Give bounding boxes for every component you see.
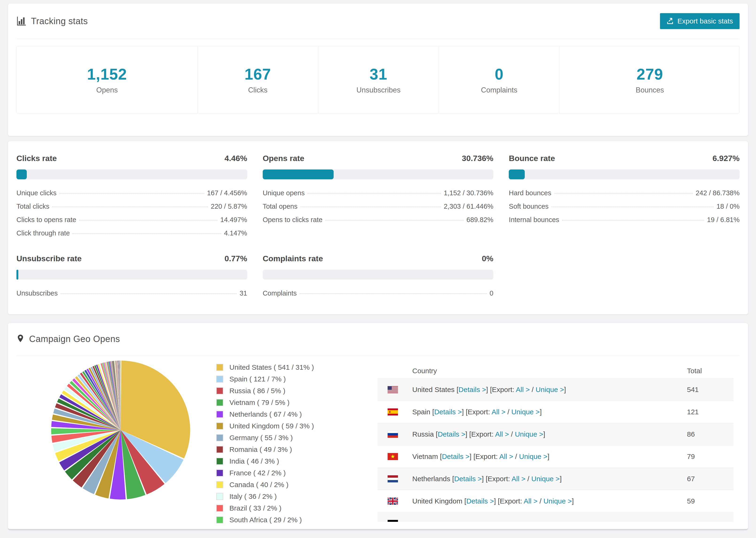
country-cell: Spain [Details >] [Export: All > / Uniqu… [412, 408, 687, 416]
country-column-header: Country [412, 367, 687, 375]
details-link[interactable]: Details > [434, 408, 462, 416]
country-cell: Netherlands [Details >] [Export: All > /… [412, 475, 687, 483]
rates-grid: Clicks rate4.46%Unique clicks167 / 4.456… [17, 154, 739, 297]
legend-label: United States ( 541 / 31% ) [229, 363, 314, 371]
export-unique-link[interactable]: Unique > [531, 475, 560, 483]
legend-label: Vietnam ( 79 / 5% ) [229, 399, 290, 406]
rate-detail-label: Total clicks [17, 202, 49, 210]
dotted-leader [73, 233, 221, 234]
country-cell: Russia [Details >] [Export: All > / Uniq… [412, 430, 687, 438]
legend-item-romania[interactable]: Romania ( 49 / 3% ) [216, 446, 314, 454]
rate-detail-row: Click through rate4.147% [17, 229, 247, 237]
legend-item-russia[interactable]: Russia ( 86 / 5% ) [216, 387, 314, 395]
rate-progress-bar [263, 170, 494, 179]
legend-item-netherlands[interactable]: Netherlands ( 67 / 4% ) [216, 410, 314, 418]
export-all-link[interactable]: All > [495, 430, 509, 438]
summary-stat-value: 0 [495, 65, 504, 83]
legend-item-vietnam[interactable]: Vietnam ( 79 / 5% ) [216, 399, 314, 406]
country-cell: United States [Details >] [Export: All >… [412, 386, 687, 394]
nl-flag-icon [388, 475, 398, 482]
slash: / [538, 497, 544, 505]
slash: / [525, 475, 531, 483]
details-link[interactable]: Details > [442, 453, 469, 460]
rate-detail-value: 4.147% [224, 229, 247, 237]
legend-label: Germany ( 55 / 3% ) [229, 434, 293, 442]
vn-flag-icon [388, 453, 398, 460]
rate-percent: 0.77% [225, 254, 247, 263]
rate-detail-row: Unique opens1,152 / 30.736% [263, 189, 494, 197]
bracket: [ [440, 453, 442, 460]
rate-detail-value: 0 [490, 290, 493, 297]
us-flag-icon [388, 386, 398, 393]
rate-detail-label: Click through rate [17, 229, 70, 237]
legend-item-germany[interactable]: Germany ( 55 / 3% ) [216, 434, 314, 442]
rate-block-header: Unsubscribe rate0.77% [17, 254, 247, 263]
export-all-link[interactable]: All > [499, 453, 513, 460]
legend-label: Brazil ( 33 / 2% ) [229, 504, 282, 512]
bracket: [ [457, 386, 458, 394]
export-all-link[interactable]: All > [492, 408, 506, 416]
gb-flag-icon [388, 498, 398, 505]
details-link[interactable]: Details > [466, 497, 494, 505]
legend-item-united-states[interactable]: United States ( 541 / 31% ) [216, 363, 314, 371]
rate-detail-value: 19 / 6.81% [707, 216, 739, 224]
rate-progress-bar [263, 270, 494, 280]
legend-label: Italy ( 36 / 2% ) [229, 493, 277, 501]
legend-swatch [216, 399, 223, 406]
legend-label: Netherlands ( 67 / 4% ) [229, 410, 302, 418]
dotted-leader [79, 220, 217, 220]
export-unique-link[interactable]: Unique > [544, 497, 572, 505]
legend-item-united-kingdom[interactable]: United Kingdom ( 59 / 3% ) [216, 422, 314, 430]
export-unique-link[interactable]: Unique > [512, 408, 540, 416]
details-link[interactable]: Details > [454, 475, 482, 483]
rate-detail-value: 1,152 / 30.736% [444, 189, 493, 197]
rate-detail-row: Hard bounces242 / 86.738% [509, 189, 739, 197]
export-all-link[interactable]: All > [523, 497, 537, 505]
legend-item-spain[interactable]: Spain ( 121 / 7% ) [216, 375, 314, 383]
geo-table-row: Spain [Details >] [Export: All > / Uniqu… [378, 401, 733, 423]
rate-detail-value: 2,303 / 61.446% [444, 202, 493, 210]
dotted-leader [554, 193, 693, 194]
details-link[interactable]: Details > [459, 386, 486, 394]
rates-panel: Clicks rate4.46%Unique clicks167 / 4.456… [8, 141, 748, 314]
rate-block-header: Clicks rate4.46% [17, 154, 247, 163]
rate-detail-label: Unique clicks [17, 189, 57, 197]
legend-item-italy[interactable]: Italy ( 36 / 2% ) [216, 493, 314, 501]
total-cell: 541 [687, 386, 733, 394]
legend-item-france[interactable]: France ( 42 / 2% ) [216, 469, 314, 477]
country-name: Spain [412, 408, 432, 416]
legend-swatch [216, 446, 223, 453]
legend-swatch [216, 434, 223, 441]
rate-block-opens-rate: Opens rate30.736%Unique opens1,152 / 30.… [263, 154, 494, 237]
bracket: ] [Export: [462, 408, 492, 416]
export-unique-link[interactable]: Unique > [519, 453, 548, 460]
legend-item-canada[interactable]: Canada ( 40 / 2% ) [216, 481, 314, 489]
summary-stat-label: Unsubscribes [356, 86, 401, 94]
rate-progress-fill [263, 170, 334, 179]
total-column-header: Total [687, 367, 733, 375]
country-name: United States [412, 386, 457, 394]
legend-item-india[interactable]: India ( 46 / 3% ) [216, 457, 314, 465]
geo-content: United States ( 541 / 31% )Spain ( 121 /… [17, 355, 739, 529]
legend-item-brazil[interactable]: Brazil ( 33 / 2% ) [216, 504, 314, 512]
slash: / [509, 430, 515, 438]
bracket: ] [548, 453, 549, 460]
export-unique-link[interactable]: Unique > [515, 430, 543, 438]
total-cell: 86 [687, 430, 733, 438]
export-all-link[interactable]: All > [512, 475, 525, 483]
export-unique-link[interactable]: Unique > [536, 386, 564, 394]
details-link[interactable]: Details > [438, 430, 465, 438]
rate-detail-label: Clicks to opens rate [17, 216, 76, 224]
legend-item-south-africa[interactable]: South Africa ( 29 / 2% ) [216, 516, 314, 524]
dotted-leader [562, 220, 704, 220]
bracket: [ [464, 497, 466, 505]
export-all-link[interactable]: All > [516, 386, 530, 394]
legend-label: Spain ( 121 / 7% ) [229, 375, 286, 383]
export-basic-stats-button[interactable]: Export basic stats [660, 13, 739, 29]
rate-detail-value: 242 / 86.738% [696, 189, 739, 197]
tracking-stats-title: Tracking stats [31, 16, 88, 26]
geo-opens-table: CountryTotalUnited States [Details >] [E… [378, 363, 733, 522]
bracket: ] [Export: [469, 453, 499, 460]
rate-progress-bar [17, 170, 247, 179]
dotted-leader [325, 220, 464, 220]
